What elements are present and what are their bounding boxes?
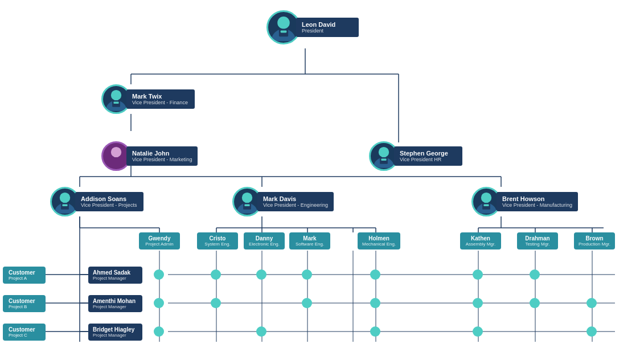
- cust-a-name: Customer: [9, 269, 40, 276]
- dept-holmen-title: Mechanical Eng.: [362, 242, 396, 247]
- title-addison: Vice President - Projects: [81, 202, 138, 208]
- node-natalie: Natalie John Vice President - Marketing: [101, 141, 198, 171]
- dot-r1-cristo: [211, 269, 221, 280]
- svg-rect-52: [113, 102, 118, 104]
- dot-r2-cristo: [211, 298, 221, 308]
- cust-a-sub: Project A: [9, 276, 40, 281]
- dot-r1-mark-se: [302, 269, 312, 280]
- dot-r1-holmen: [370, 269, 380, 280]
- pm-ahmed-name: Ahmed Sadak: [93, 269, 138, 276]
- dot-r3-kathen: [473, 326, 483, 337]
- org-chart: Leon David President Mark Twix Vice Pres…: [0, 0, 644, 360]
- dept-mark-se: Mark Software Eng.: [289, 232, 330, 249]
- name-stephen: Stephen George: [400, 150, 457, 157]
- dept-kathen-name: Kathen: [465, 235, 497, 242]
- dot-r3-gwendy: [154, 326, 164, 337]
- card-leon: Leon David President: [296, 18, 359, 37]
- dept-holmen-name: Holmen: [362, 235, 396, 242]
- dot-r3-danny: [256, 326, 266, 337]
- title-natalie: Vice President - Marketing: [132, 157, 192, 162]
- node-stephen: Stephen George Vice President HR: [369, 141, 462, 171]
- card-stephen: Stephen George Vice President HR: [394, 146, 462, 166]
- dot-r2-holmen: [370, 298, 380, 308]
- customer-a: Customer Project A: [3, 267, 46, 284]
- name-addison: Addison Soans: [81, 195, 138, 202]
- name-brent: Brent Howson: [502, 195, 572, 202]
- pm-ahmed: Ahmed Sadak Project Manager: [88, 267, 142, 284]
- svg-rect-56: [381, 159, 386, 161]
- dept-holmen: Holmen Mechanical Eng.: [358, 232, 400, 249]
- dept-kathen: Kathen Assembly Mgr.: [460, 232, 501, 249]
- pm-amenthi-title: Project Manager: [93, 304, 138, 309]
- dot-r1-drahman: [530, 269, 540, 280]
- cust-b-sub: Project B: [9, 304, 40, 309]
- dept-danny: Danny Electronic Eng.: [244, 232, 285, 249]
- dept-danny-title: Electronic Eng.: [248, 242, 280, 247]
- svg-rect-51: [112, 100, 120, 107]
- svg-point-53: [111, 147, 121, 157]
- node-mark-davis: Mark Davis Vice President - Engineering: [232, 187, 334, 216]
- svg-point-50: [111, 90, 121, 100]
- pm-ahmed-title: Project Manager: [93, 276, 138, 281]
- dept-cristo-name: Cristo: [202, 235, 233, 242]
- card-addison: Addison Soans Vice President - Projects: [75, 192, 143, 211]
- dot-r2-mark-se: [302, 298, 312, 308]
- dept-mark-se-title: Software Eng.: [294, 242, 326, 247]
- cust-b-name: Customer: [9, 298, 40, 304]
- dot-r2-kathen: [473, 298, 483, 308]
- dept-drahman-title: Testing Mgr.: [522, 242, 553, 247]
- dept-mark-se-name: Mark: [294, 235, 326, 242]
- dept-cristo: Cristo System Eng.: [197, 232, 238, 249]
- pm-bridget-title: Project Manager: [93, 333, 138, 338]
- dot-r1-danny: [256, 269, 266, 280]
- title-leon: President: [302, 28, 353, 34]
- card-mark-twix: Mark Twix Vice President - Finance: [126, 89, 195, 109]
- node-leon: Leon David President: [266, 10, 359, 44]
- svg-point-63: [481, 193, 491, 203]
- svg-point-57: [60, 193, 70, 203]
- dept-drahman: Drahman Testing Mgr.: [517, 232, 558, 249]
- dot-r1-gwendy: [154, 269, 164, 280]
- dept-cristo-title: System Eng.: [202, 242, 233, 247]
- card-natalie: Natalie John Vice President - Marketing: [126, 146, 198, 166]
- name-mark-twix: Mark Twix: [132, 93, 189, 100]
- dot-r2-drahman: [530, 298, 540, 308]
- cust-c-sub: Project C: [9, 333, 40, 338]
- card-brent: Brent Howson Vice President - Manufactur…: [497, 192, 578, 211]
- dept-gwendy-name: Gwendy: [143, 235, 175, 242]
- name-leon: Leon David: [302, 21, 353, 28]
- dept-brown-name: Brown: [579, 235, 610, 242]
- node-addison: Addison Soans Vice President - Projects: [50, 187, 143, 216]
- node-mark-twix: Mark Twix Vice President - Finance: [101, 84, 195, 114]
- pm-bridget: Bridget Hiagley Project Manager: [88, 324, 142, 341]
- node-brent: Brent Howson Vice President - Manufactur…: [471, 187, 578, 216]
- dot-r1-kathen: [473, 269, 483, 280]
- cust-c-name: Customer: [9, 326, 40, 333]
- title-brent: Vice President - Manufacturing: [502, 202, 572, 208]
- title-stephen: Vice President HR: [400, 157, 457, 162]
- dept-gwendy-title: Project Admin: [143, 242, 175, 247]
- customer-c: Customer Project C: [3, 324, 46, 341]
- svg-point-47: [277, 17, 290, 29]
- dot-r3-brown: [586, 326, 597, 337]
- dot-r2-gwendy: [154, 298, 164, 308]
- pm-amenthi: Amenthi Mohan Project Manager: [88, 295, 142, 312]
- customer-b: Customer Project B: [3, 295, 46, 312]
- pm-amenthi-name: Amenthi Mohan: [93, 298, 138, 304]
- dot-r3-holmen: [370, 326, 380, 337]
- title-mark-twix: Vice President - Finance: [132, 100, 189, 105]
- avatar-leon: [266, 10, 301, 44]
- svg-rect-65: [483, 204, 489, 206]
- title-mark-davis: Vice President - Engineering: [263, 202, 328, 208]
- svg-rect-59: [62, 204, 67, 206]
- dot-r2-brown: [586, 298, 597, 308]
- svg-point-60: [242, 193, 252, 203]
- card-mark-davis: Mark Davis Vice President - Engineering: [257, 192, 334, 211]
- name-mark-davis: Mark Davis: [263, 195, 328, 202]
- svg-rect-62: [244, 204, 249, 206]
- svg-rect-49: [281, 30, 287, 32]
- dept-brown-title: Production Mgr.: [579, 242, 610, 247]
- name-natalie: Natalie John: [132, 150, 192, 157]
- dept-danny-name: Danny: [248, 235, 280, 242]
- dept-drahman-name: Drahman: [522, 235, 553, 242]
